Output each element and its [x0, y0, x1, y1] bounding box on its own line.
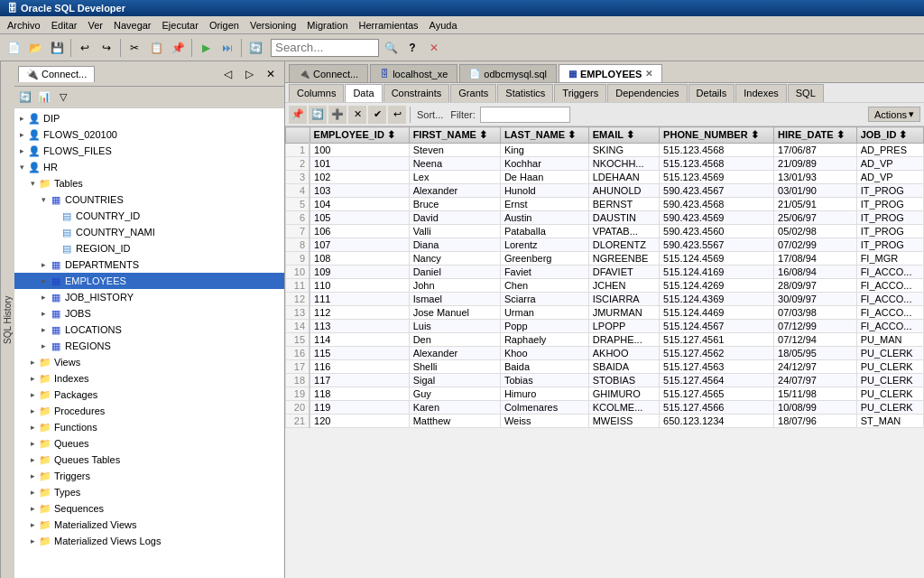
tree-expander[interactable]: ▸ [38, 325, 49, 334]
subtab-sql[interactable]: SQL [788, 84, 824, 102]
tree-expander[interactable]: ▸ [38, 260, 49, 269]
menu-item-archivo[interactable]: Archivo [2, 18, 46, 33]
col-last-name[interactable]: LAST_NAME ⬍ [500, 127, 588, 144]
tree-expander[interactable]: ▸ [27, 488, 38, 497]
tree-item-queues-tables[interactable]: ▸ 📁 Queues Tables [14, 452, 284, 468]
tree-expander[interactable]: ▾ [38, 195, 49, 204]
table-row[interactable]: 2 101 Neena Kochhar NKOCHH... 515.123.45… [286, 157, 924, 171]
toolbar-debug-btn[interactable]: ⏭ [217, 38, 237, 58]
col-rownum[interactable] [286, 127, 310, 144]
tree-item-job-history[interactable]: ▸ ▦ JOB_HISTORY [14, 289, 284, 305]
st-sql-btn[interactable]: 📊 [35, 89, 53, 106]
tree-expander[interactable]: ▸ [38, 293, 49, 302]
tree-item-country-id[interactable]: ▤ COUNTRY_ID [14, 208, 284, 224]
table-row[interactable]: 15 114 Den Raphaely DRAPHE... 515.127.45… [286, 333, 924, 347]
dt-pin-btn[interactable]: 📌 [289, 106, 307, 124]
subtab-dependencies[interactable]: Dependencies [607, 84, 687, 102]
tree-item-locations[interactable]: ▸ ▦ LOCATIONS [14, 322, 284, 338]
tree-item-country-nami[interactable]: ▤ COUNTRY_NAMI [14, 224, 284, 240]
tree-expander[interactable]: ▸ [27, 439, 38, 448]
table-row[interactable]: 5 104 Bruce Ernst BERNST 590.423.4568 21… [286, 198, 924, 211]
tab-employees[interactable]: ▦EMPLOYEES✕ [559, 64, 662, 82]
tree-item-queues[interactable]: ▸ 📁 Queues [14, 435, 284, 452]
col-job-id[interactable]: JOB_ID ⬍ [856, 127, 923, 144]
table-row[interactable]: 19 118 Guy Himuro GHIMURO 515.127.4565 1… [286, 387, 924, 401]
subtab-columns[interactable]: Columns [289, 84, 344, 102]
table-row[interactable]: 9 108 Nancy Greenberg NGREENBE 515.124.4… [286, 252, 924, 266]
tree-item-packages[interactable]: ▸ 📁 Packages [14, 387, 284, 403]
dt-commit-btn[interactable]: ✔ [368, 106, 386, 124]
menu-item-ver[interactable]: Ver [82, 18, 108, 33]
table-row[interactable]: 18 117 Sigal Tobias STOBIAS 515.127.4564… [286, 374, 924, 387]
tab-odbcmysql-sql[interactable]: 📄odbcmysql.sql [459, 64, 557, 82]
subtab-triggers[interactable]: Triggers [554, 84, 606, 102]
menu-item-editar[interactable]: Editar [46, 18, 83, 33]
subtab-details[interactable]: Details [688, 84, 735, 102]
col-email[interactable]: EMAIL ⬍ [588, 127, 659, 144]
tree-item-functions[interactable]: ▸ 📁 Functions [14, 419, 284, 435]
tree-expander[interactable]: ▸ [38, 341, 49, 350]
tree-expander[interactable]: ▸ [27, 423, 38, 432]
toolbar-help-btn[interactable]: ? [402, 38, 422, 58]
tree-item-sequences[interactable]: ▸ 📁 Sequences [14, 500, 284, 517]
connections-tab[interactable]: 🔌 Connect... [18, 66, 95, 82]
toolbar-search-input[interactable] [271, 39, 379, 57]
tree-item-tables[interactable]: ▾ 📁 Tables [14, 175, 284, 191]
tree-expander[interactable]: ▸ [16, 114, 27, 123]
tree-item-dip[interactable]: ▸ 👤 DIP [14, 110, 284, 126]
table-row[interactable]: 21 120 Matthew Weiss MWEISS 650.123.1234… [286, 415, 924, 428]
toolbar-cut-btn[interactable]: ✂ [125, 38, 144, 58]
toolbar-save-btn[interactable]: 💾 [47, 38, 67, 58]
tab-close-icon[interactable]: ✕ [645, 69, 652, 79]
tree-item-flows-files[interactable]: ▸ 👤 FLOWS_FILES [14, 143, 284, 159]
tree-item-hr[interactable]: ▾ 👤 HR [14, 159, 284, 175]
tree-expander[interactable]: ▸ [27, 455, 38, 464]
table-row[interactable]: 11 110 John Chen JCHEN 515.124.4269 28/0… [286, 279, 924, 293]
sidebar-nav-btn1[interactable]: ◁ [217, 64, 237, 84]
toolbar-new-btn[interactable]: 📄 [4, 38, 23, 58]
tab-localhost-xe[interactable]: 🗄localhost_xe [370, 64, 457, 82]
tree-item-materialized-views[interactable]: ▸ 📁 Materialized Views [14, 517, 284, 533]
toolbar-undo-btn[interactable]: ↩ [75, 38, 95, 58]
tree-expander[interactable]: ▸ [38, 276, 49, 285]
table-row[interactable]: 13 112 Jose Manuel Urman JMURMAN 515.124… [286, 306, 924, 320]
sql-history-strip[interactable]: SQL History [0, 61, 14, 578]
menu-item-versioning[interactable]: Versioning [245, 18, 301, 33]
tree-expander[interactable]: ▾ [16, 163, 27, 172]
toolbar-redo-btn[interactable]: ↪ [97, 38, 116, 58]
sidebar-close-btn[interactable]: ✕ [261, 64, 281, 84]
tree-item-departments[interactable]: ▸ ▦ DEPARTMENTS [14, 256, 284, 273]
col-hire-date[interactable]: HIRE_DATE ⬍ [774, 127, 857, 144]
table-row[interactable]: 20 119 Karen Colmenares KCOLME... 515.12… [286, 401, 924, 415]
filter-input[interactable] [480, 107, 570, 123]
st-filter-btn[interactable]: ▽ [54, 89, 72, 106]
table-row[interactable]: 16 115 Alexander Khoo AKHOO 515.127.4562… [286, 347, 924, 360]
table-row[interactable]: 14 113 Luis Popp LPOPP 515.124.4567 07/1… [286, 320, 924, 333]
tree-expander[interactable]: ▸ [27, 390, 38, 399]
menu-item-navegar[interactable]: Navegar [108, 18, 157, 33]
st-refresh-btn[interactable]: 🔄 [16, 89, 34, 106]
col-employee-id[interactable]: EMPLOYEE_ID ⬍ [310, 127, 409, 144]
menu-item-origen[interactable]: Origen [204, 18, 245, 33]
col-first-name[interactable]: FIRST_NAME ⬍ [409, 127, 500, 144]
tree-panel[interactable]: ▸ 👤 DIP ▸ 👤 FLOWS_020100 ▸ 👤 FLOWS_FILES… [14, 108, 284, 578]
tree-item-countries[interactable]: ▾ ▦ COUNTRIES [14, 191, 284, 208]
table-row[interactable]: 8 107 Diana Lorentz DLORENTZ 590.423.556… [286, 238, 924, 252]
toolbar-paste-btn[interactable]: 📌 [168, 38, 188, 58]
tree-item-views[interactable]: ▸ 📁 Views [14, 354, 284, 370]
toolbar-migrate-btn[interactable]: 🔄 [245, 38, 265, 58]
tree-item-flows-020100[interactable]: ▸ 👤 FLOWS_020100 [14, 126, 284, 143]
sidebar-nav-btn2[interactable]: ▷ [239, 64, 259, 84]
table-row[interactable]: 6 105 David Austin DAUSTIN 590.423.4569 … [286, 211, 924, 225]
tree-item-indexes[interactable]: ▸ 📁 Indexes [14, 370, 284, 387]
tree-expander[interactable]: ▸ [27, 520, 38, 529]
tree-item-jobs[interactable]: ▸ ▦ JOBS [14, 305, 284, 322]
tree-expander[interactable]: ▸ [38, 309, 49, 318]
subtab-data[interactable]: Data [345, 84, 382, 102]
subtab-grants[interactable]: Grants [450, 84, 496, 102]
table-row[interactable]: 12 111 Ismael Sciarra ISCIARRA 515.124.4… [286, 293, 924, 306]
tree-item-materialized-views-logs[interactable]: ▸ 📁 Materialized Views Logs [14, 533, 284, 549]
tree-expander[interactable]: ▸ [27, 504, 38, 513]
dt-rollback-btn[interactable]: ↩ [388, 106, 406, 124]
subtab-statistics[interactable]: Statistics [497, 84, 553, 102]
